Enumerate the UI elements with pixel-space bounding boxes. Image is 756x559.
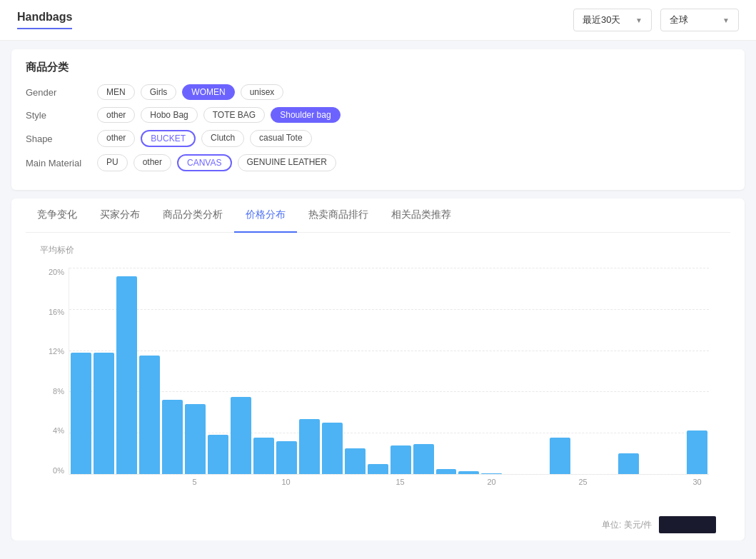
- bar-1[interactable]: [94, 353, 114, 475]
- bar-17[interactable]: [458, 471, 479, 474]
- bar-9[interactable]: [276, 441, 297, 474]
- tag-0-3[interactable]: unisex: [241, 84, 284, 100]
- y-label-5: 0%: [53, 466, 64, 475]
- bar-2[interactable]: [116, 276, 137, 474]
- tab-5[interactable]: 相关品类推荐: [380, 198, 463, 233]
- tag-2-3[interactable]: casual Tote: [250, 130, 312, 147]
- bar-15[interactable]: [413, 444, 434, 474]
- y-label-3: 8%: [53, 387, 64, 396]
- bar-14[interactable]: [390, 445, 411, 474]
- x-label-24: [618, 478, 639, 486]
- region-filter-dropdown[interactable]: 全球 ▼: [660, 9, 739, 31]
- bar-wrapper-9: [276, 268, 297, 474]
- bar-18[interactable]: [481, 473, 502, 474]
- x-label-16: [435, 478, 456, 486]
- tag-0-0[interactable]: MEN: [97, 84, 135, 100]
- x-label-0: [70, 478, 91, 486]
- x-label-6: [207, 478, 228, 486]
- bar-0[interactable]: [71, 353, 91, 475]
- tab-1[interactable]: 买家分布: [89, 198, 151, 233]
- bar-wrapper-20: [527, 268, 548, 474]
- bars-container: [69, 268, 709, 474]
- x-label-2: [116, 478, 136, 486]
- filter-row-1: StyleotherHobo BagTOTE BAGShoulder bag: [26, 107, 730, 123]
- tag-1-0[interactable]: other: [97, 107, 135, 123]
- bar-6[interactable]: [208, 435, 228, 474]
- x-label-14: 15: [390, 478, 410, 486]
- bar-11[interactable]: [322, 423, 343, 474]
- y-label-0: 20%: [49, 268, 64, 276]
- bar-3[interactable]: [139, 356, 160, 474]
- filter-tags-0: MENGirlsWOMENunisex: [97, 84, 283, 100]
- y-label-1: 16%: [49, 308, 64, 316]
- bar-wrapper-0: [71, 268, 91, 474]
- chevron-down-icon: ▼: [635, 16, 642, 24]
- bar-5[interactable]: [185, 404, 206, 474]
- tabs-bar: 竞争变化买家分布商品分类分析价格分布热卖商品排行相关品类推荐: [26, 198, 730, 233]
- tag-3-0[interactable]: PU: [97, 154, 128, 171]
- bar-21[interactable]: [550, 438, 570, 474]
- chart-section: 平均标价 20%16%12%8%4%0% 51015202530: [26, 233, 730, 510]
- x-label-21: [550, 478, 570, 486]
- filter-tags-2: otherBUCKETClutchcasual Tote: [97, 130, 312, 147]
- filter-label-0: Gender: [26, 87, 97, 98]
- bar-13[interactable]: [368, 464, 388, 474]
- x-label-20: [527, 478, 548, 486]
- x-label-27: 30: [687, 478, 707, 486]
- bar-8[interactable]: [253, 438, 274, 474]
- x-label-4: [161, 478, 182, 486]
- bar-wrapper-3: [139, 268, 160, 474]
- tag-3-3[interactable]: GENUINE LEATHER: [238, 154, 336, 171]
- grid-line-5: [69, 474, 709, 475]
- y-label-2: 12%: [49, 347, 64, 356]
- filter-row-0: GenderMENGirlsWOMENunisex: [26, 84, 730, 100]
- tag-1-2[interactable]: TOTE BAG: [203, 107, 265, 123]
- bar-wrapper-26: [664, 268, 685, 474]
- tab-4[interactable]: 热卖商品排行: [297, 198, 380, 233]
- bar-wrapper-23: [595, 268, 616, 474]
- bar-wrapper-10: [299, 268, 320, 474]
- bar-wrapper-7: [231, 268, 251, 474]
- bar-27[interactable]: [687, 430, 707, 474]
- tag-2-0[interactable]: other: [97, 130, 135, 147]
- bar-wrapper-6: [208, 268, 228, 474]
- bar-wrapper-22: [573, 268, 593, 474]
- x-label-1: [93, 478, 114, 486]
- filter-label-1: Style: [26, 110, 97, 121]
- tag-1-3[interactable]: Shoulder bag: [271, 107, 340, 123]
- bar-wrapper-12: [345, 268, 366, 474]
- y-label-4: 4%: [53, 426, 64, 435]
- tab-0[interactable]: 竞争变化: [26, 198, 89, 233]
- tag-2-1[interactable]: BUCKET: [141, 130, 196, 147]
- bar-10[interactable]: [299, 419, 320, 474]
- chart-subtitle: 平均标价: [40, 244, 716, 256]
- time-filter-dropdown[interactable]: 最近30天 ▼: [573, 9, 652, 31]
- bar-12[interactable]: [345, 448, 366, 474]
- header-controls: 最近30天 ▼ 全球 ▼: [573, 9, 739, 31]
- tag-3-2[interactable]: CANVAS: [177, 154, 231, 171]
- x-label-19: [504, 478, 525, 486]
- filter-row-3: Main MaterialPUotherCANVASGENUINE LEATHE…: [26, 154, 730, 171]
- tab-2[interactable]: 商品分类分析: [151, 198, 234, 233]
- bar-wrapper-18: [481, 268, 502, 474]
- tag-0-1[interactable]: Girls: [141, 84, 177, 100]
- tag-3-1[interactable]: other: [133, 154, 171, 171]
- tag-0-2[interactable]: WOMEN: [182, 84, 234, 100]
- bar-wrapper-14: [390, 268, 411, 474]
- page-header: Handbags 最近30天 ▼ 全球 ▼: [0, 0, 756, 41]
- bar-7[interactable]: [231, 397, 251, 474]
- bar-4[interactable]: [162, 400, 183, 474]
- x-label-18: 20: [481, 478, 502, 486]
- x-label-3: [138, 478, 159, 486]
- chevron-down-icon: ▼: [722, 16, 730, 24]
- tab-3[interactable]: 价格分布: [234, 198, 297, 233]
- tag-1-1[interactable]: Hobo Bag: [141, 107, 197, 123]
- bar-16[interactable]: [436, 469, 457, 474]
- x-label-26: [664, 478, 685, 486]
- filter-label-3: Main Material: [26, 158, 97, 168]
- chart-footer: 单位: 美元/件: [26, 510, 730, 540]
- bar-24[interactable]: [618, 453, 639, 474]
- x-label-25: [641, 478, 662, 486]
- main-content-section: 竞争变化买家分布商品分类分析价格分布热卖商品排行相关品类推荐 平均标价 20%1…: [11, 198, 745, 540]
- tag-2-2[interactable]: Clutch: [201, 130, 244, 147]
